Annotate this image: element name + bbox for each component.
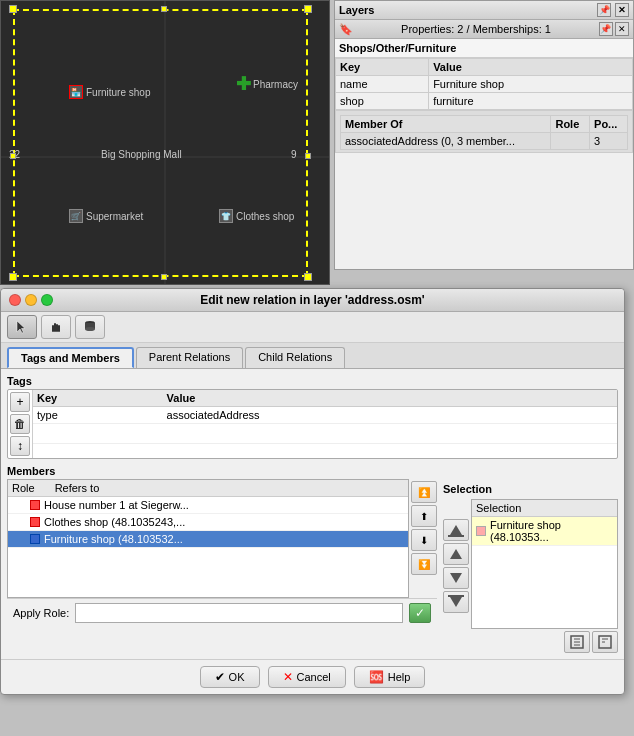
- list-item[interactable]: Furniture shop (48.103532...: [8, 531, 408, 548]
- prop-value-0: Furniture shop: [429, 76, 633, 93]
- member-refers-1: Clothes shop (48.1035243,...: [44, 516, 185, 528]
- add-tag-btn[interactable]: +: [10, 392, 30, 412]
- members-header: Role Refers to: [8, 480, 408, 497]
- help-button[interactable]: 🆘 Help: [354, 666, 426, 688]
- members-label: Members: [7, 465, 437, 477]
- layers-panel: Layers 📌 ✕ 🔖 Properties: 2 / Memberships…: [334, 0, 634, 270]
- shopping-mall-label: Big Shopping Mall: [101, 149, 182, 160]
- tab-tags-members[interactable]: Tags and Members: [7, 347, 134, 368]
- close-traffic-light[interactable]: [9, 294, 21, 306]
- map-node[interactable]: [305, 153, 311, 159]
- sel-remove-all-btn[interactable]: [443, 591, 469, 613]
- layers-close-btn[interactable]: ✕: [615, 3, 629, 17]
- properties-pin-btn[interactable]: 📌: [599, 22, 613, 36]
- database-tool-btn[interactable]: [75, 315, 105, 339]
- selection-label: Selection: [443, 483, 492, 495]
- apply-role-confirm-btn[interactable]: ✓: [409, 603, 431, 623]
- tags-section-label: Tags: [7, 375, 618, 387]
- clothes-shop-label: Clothes shop: [236, 211, 294, 222]
- selection-item-icon: [476, 526, 486, 536]
- properties-bar: 🔖 Properties: 2 / Memberships: 1 📌 ✕: [335, 20, 633, 39]
- svg-rect-1: [52, 325, 54, 332]
- svg-rect-3: [56, 324, 58, 332]
- member-of-section: Member Of Role Po... associatedAddress (…: [335, 110, 633, 153]
- dialog-bottom-buttons: ✔ OK ✕ Cancel 🆘 Help: [1, 659, 624, 694]
- supermarket-icon: 🛒: [69, 209, 83, 223]
- table-row[interactable]: name Furniture shop: [336, 76, 633, 93]
- key-col-header: Key: [336, 59, 429, 76]
- list-item[interactable]: House number 1 at Siegerw...: [8, 497, 408, 514]
- poi-furniture-shop[interactable]: 🏪 Furniture shop: [69, 85, 150, 99]
- svg-marker-10: [450, 549, 462, 559]
- membership-role: [551, 133, 590, 150]
- minimize-traffic-light[interactable]: [25, 294, 37, 306]
- selection-col-header: Selection: [472, 500, 617, 517]
- role-header: Role: [551, 116, 590, 133]
- map-node[interactable]: [9, 273, 17, 281]
- member-move-top-btn[interactable]: ⏫: [411, 481, 437, 503]
- dialog-toolbar: [1, 312, 624, 343]
- ok-icon: ✔: [215, 670, 225, 684]
- dialog-title: Edit new relation in layer 'address.osm': [200, 293, 424, 307]
- prop-key-1: shop: [336, 93, 429, 110]
- svg-point-7: [85, 327, 95, 331]
- map-node[interactable]: [161, 6, 167, 12]
- poi-clothes-shop[interactable]: 👕 Clothes shop: [219, 209, 294, 223]
- members-list[interactable]: House number 1 at Siegerw... Clothes sho…: [8, 497, 408, 597]
- cancel-button[interactable]: ✕ Cancel: [268, 666, 346, 688]
- layers-pin-btn[interactable]: 📌: [597, 3, 611, 17]
- poi-supermarket[interactable]: 🛒 Supermarket: [69, 209, 143, 223]
- members-role-header: Role: [12, 482, 35, 494]
- sort-tag-btn[interactable]: ↕: [10, 436, 30, 456]
- properties-close-btn[interactable]: ✕: [615, 22, 629, 36]
- map-canvas[interactable]: 🏪 Furniture shop ✚ Pharmacy Big Shopping…: [0, 0, 330, 285]
- table-row[interactable]: type associatedAddress: [33, 407, 617, 424]
- tag-value-0: associatedAddress: [163, 407, 617, 424]
- pharmacy-icon: ✚: [236, 77, 250, 91]
- table-row[interactable]: shop furniture: [336, 93, 633, 110]
- list-item[interactable]: Furniture shop (48.10353...: [472, 517, 617, 546]
- sel-remove-btn[interactable]: [443, 567, 469, 589]
- dialog-content: Tags + 🗑 ↕ Key Value: [1, 369, 624, 659]
- value-col-header: Value: [429, 59, 633, 76]
- apply-role-label: Apply Role:: [13, 607, 69, 619]
- tab-child-relations[interactable]: Child Relations: [245, 347, 345, 368]
- tags-section: + 🗑 ↕ Key Value ty: [7, 389, 618, 459]
- sel-add-all-btn[interactable]: [443, 519, 469, 541]
- delete-tag-btn[interactable]: 🗑: [10, 414, 30, 434]
- apply-role-bar: Apply Role: ✓: [7, 598, 437, 627]
- maximize-traffic-light[interactable]: [41, 294, 53, 306]
- member-move-bottom-btn[interactable]: ⏬: [411, 553, 437, 575]
- member-move-up-btn[interactable]: ⬆: [411, 505, 437, 527]
- tab-parent-relations[interactable]: Parent Relations: [136, 347, 243, 368]
- member-refers-2: Furniture shop (48.103532...: [44, 533, 183, 545]
- table-row[interactable]: associatedAddress (0, 3 member... 3: [341, 133, 628, 150]
- ok-button[interactable]: ✔ OK: [200, 666, 260, 688]
- map-node[interactable]: [10, 153, 16, 159]
- furniture-shop-icon: 🏪: [69, 85, 83, 99]
- map-node[interactable]: [304, 273, 312, 281]
- cursor-tool-btn[interactable]: [7, 315, 37, 339]
- map-node[interactable]: [161, 274, 167, 280]
- hand-tool-btn[interactable]: [41, 315, 71, 339]
- list-item[interactable]: Clothes shop (48.1035243,...: [8, 514, 408, 531]
- apply-role-input[interactable]: [75, 603, 403, 623]
- selection-nav-left: [443, 499, 469, 629]
- sel-zoom-in-btn[interactable]: [564, 631, 590, 653]
- traffic-lights: [9, 294, 53, 306]
- map-node[interactable]: [9, 5, 17, 13]
- svg-marker-0: [17, 321, 25, 333]
- svg-rect-13: [448, 595, 464, 597]
- member-move-down-btn[interactable]: ⬇: [411, 529, 437, 551]
- membership-member: associatedAddress (0, 3 member...: [341, 133, 551, 150]
- svg-marker-8: [450, 525, 462, 535]
- edit-relation-dialog: Edit new relation in layer 'address.osm'…: [0, 288, 625, 695]
- node-label-9: 9: [291, 149, 297, 160]
- member-type-icon: [30, 534, 40, 544]
- dialog-titlebar: Edit new relation in layer 'address.osm': [1, 289, 624, 312]
- sel-add-btn[interactable]: [443, 543, 469, 565]
- clothes-icon: 👕: [219, 209, 233, 223]
- sel-zoom-out-btn[interactable]: [592, 631, 618, 653]
- map-node[interactable]: [304, 5, 312, 13]
- poi-pharmacy[interactable]: ✚ Pharmacy: [236, 77, 298, 91]
